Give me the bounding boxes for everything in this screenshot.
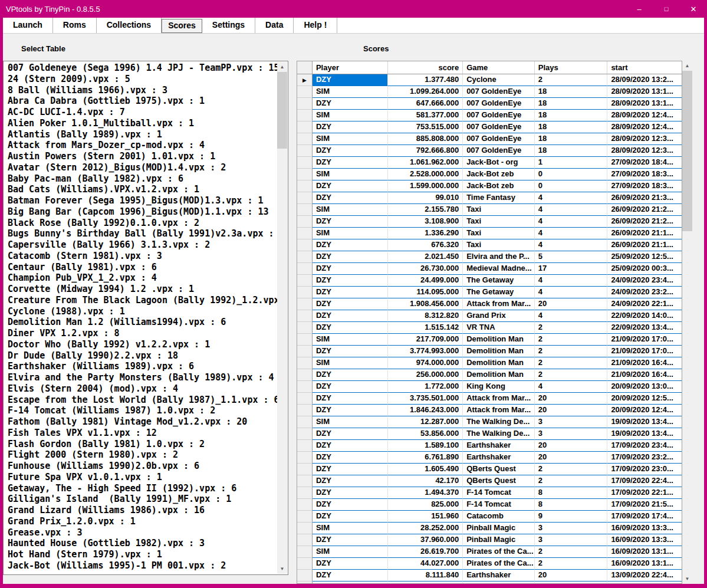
row-header-cell[interactable] — [297, 310, 313, 322]
cell-player[interactable]: DZY — [313, 263, 388, 275]
cell-game[interactable]: Attack from Mar... — [463, 393, 535, 405]
cell-game[interactable]: QBerts Quest — [463, 475, 535, 487]
row-header-cell[interactable] — [297, 546, 313, 558]
cell-plays[interactable]: 20 — [535, 298, 608, 310]
maximize-button[interactable]: □ — [653, 0, 680, 18]
row-header-cell[interactable] — [297, 416, 313, 428]
cell-start[interactable]: 24/09/2020 23:2... — [607, 287, 682, 298]
row-pointer-icon[interactable]: ▶ — [297, 74, 313, 86]
scrollbar-thumb[interactable] — [682, 71, 692, 231]
row-header-cell[interactable] — [297, 452, 313, 464]
column-header-game[interactable]: Game — [463, 61, 535, 74]
cell-score[interactable]: 1.061.962.000 — [388, 157, 463, 169]
cell-plays[interactable]: 3 — [535, 534, 608, 546]
table-list-scrollbar[interactable]: ▲ ▼ — [277, 62, 287, 574]
cell-player[interactable]: SIM — [313, 86, 388, 98]
tab-collections[interactable]: Collections — [97, 18, 162, 33]
cell-score[interactable]: 753.515.000 — [388, 121, 463, 133]
cell-game[interactable]: 007 GoldenEye — [463, 110, 535, 121]
cell-start[interactable]: 21/09/2020 17:0... — [607, 346, 682, 357]
list-item[interactable]: Fathom (Bally 1981) Vintage Mod_v1.2.vpx… — [4, 416, 278, 428]
cell-plays[interactable]: 2 — [535, 346, 608, 357]
list-item[interactable]: 8 Ball (Williams 1966).vpx : 3 — [4, 85, 278, 96]
cell-plays[interactable]: 8 — [535, 487, 608, 499]
cell-player[interactable]: DZY — [313, 157, 388, 169]
list-item[interactable]: Grand Lizard (Williams 1986).vpx : 16 — [4, 505, 278, 516]
cell-start[interactable]: 17/09/2020 22:4... — [607, 475, 682, 487]
cell-game[interactable]: Earthshaker — [463, 570, 535, 582]
cell-game[interactable]: Grand Prix — [463, 310, 535, 322]
row-header-cell[interactable] — [297, 393, 313, 405]
row-header-cell[interactable] — [297, 133, 313, 145]
tab-roms[interactable]: Roms — [53, 18, 97, 33]
cell-plays[interactable]: 18 — [535, 133, 608, 145]
row-header-cell[interactable] — [297, 287, 313, 298]
row-header-cell[interactable] — [297, 475, 313, 487]
cell-start[interactable]: 13/09/2020 22:4... — [607, 570, 682, 582]
row-header-cell[interactable] — [297, 298, 313, 310]
cell-score[interactable]: 1.605.490 — [388, 464, 463, 475]
cell-score[interactable]: 1.377.480 — [388, 74, 463, 86]
cell-game[interactable]: Time Fantasy — [463, 192, 535, 204]
cell-game[interactable]: Elvira and the P... — [463, 251, 535, 263]
cell-game[interactable]: Jack-Bot zeb — [463, 180, 535, 192]
cell-game[interactable]: Demolition Man — [463, 346, 535, 357]
list-item[interactable]: Champion Pub_VPX_1_2.vpx : 4 — [4, 272, 278, 284]
row-header-cell[interactable] — [297, 216, 313, 228]
cell-player[interactable]: DZY — [313, 346, 388, 357]
list-item[interactable]: Austin Powers (Stern 2001) 1.01.vpx : 1 — [4, 151, 278, 162]
cell-plays[interactable]: 18 — [535, 110, 608, 121]
cell-game[interactable]: Demolition Man — [463, 369, 535, 381]
cell-score[interactable]: 151.960 — [388, 511, 463, 523]
cell-player[interactable]: DZY — [313, 298, 388, 310]
cell-game[interactable]: Jack-Bot - org — [463, 157, 535, 169]
cell-plays[interactable]: 1 — [535, 157, 608, 169]
list-item[interactable]: Centaur (Bally 1981).vpx : 6 — [4, 262, 278, 273]
cell-start[interactable]: 20/09/2020 12:5... — [607, 393, 682, 405]
cell-score[interactable]: 99.010 — [388, 192, 463, 204]
cell-start[interactable]: 28/09/2020 13:2... — [607, 74, 682, 86]
cell-plays[interactable]: 18 — [535, 98, 608, 110]
cell-start[interactable]: 24/09/2020 22:1... — [607, 298, 682, 310]
cell-game[interactable]: 007 GoldenEye — [463, 98, 535, 110]
list-item[interactable]: Diner VPX 1.2.vpx : 8 — [4, 328, 278, 339]
list-item[interactable]: Getaway, The - High Speed II (1992).vpx … — [4, 483, 278, 494]
list-item[interactable]: Funhouse (Williams 1990)2.0b.vpx : 6 — [4, 461, 278, 472]
cell-start[interactable]: 19/09/2020 13:4... — [607, 416, 682, 428]
cell-player[interactable]: DZY — [313, 287, 388, 298]
cell-start[interactable]: 17/09/2020 23:0... — [607, 464, 682, 475]
cell-game[interactable]: Pirates of the Ca... — [463, 558, 535, 570]
minimize-button[interactable]: – — [626, 0, 653, 18]
cell-plays[interactable]: 3 — [535, 523, 608, 534]
cell-player[interactable]: DZY — [313, 216, 388, 228]
row-header-cell[interactable] — [297, 346, 313, 357]
cell-start[interactable]: 17/09/2020 22:1... — [607, 487, 682, 499]
cell-score[interactable]: 1.772.000 — [388, 381, 463, 393]
cell-plays[interactable]: 3 — [535, 416, 608, 428]
row-header-cell[interactable] — [297, 487, 313, 499]
cell-start[interactable]: 21/09/2020 17:0... — [607, 334, 682, 346]
cell-plays[interactable]: 0 — [535, 180, 608, 192]
cell-plays[interactable]: 5 — [535, 251, 608, 263]
list-item[interactable]: Elvis (Stern 2004) (mod).vpx : 4 — [4, 383, 278, 395]
cell-start[interactable]: 27/09/2020 18:3... — [607, 169, 682, 180]
cell-player[interactable]: DZY — [313, 192, 388, 204]
list-item[interactable]: Grand Prix_1.2.0.vpx : 1 — [4, 516, 278, 527]
cell-player[interactable]: DZY — [313, 251, 388, 263]
row-header-cell[interactable] — [297, 357, 313, 369]
cell-game[interactable]: 007 GoldenEye — [463, 86, 535, 98]
cell-start[interactable]: 19/09/2020 13:4... — [607, 428, 682, 440]
cell-game[interactable]: 007 GoldenEye — [463, 145, 535, 157]
list-item[interactable]: F-14 Tomcat (Williams 1987) 1.0.vpx : 2 — [4, 405, 278, 416]
cell-start[interactable]: 20/09/2020 12:4... — [607, 405, 682, 416]
cell-start[interactable]: 27/09/2020 18:4... — [607, 157, 682, 169]
list-item[interactable]: Dr Dude (Bally 1990)2.2.vpx : 18 — [4, 350, 278, 362]
cell-score[interactable]: 2.021.450 — [388, 251, 463, 263]
row-header-cell[interactable] — [297, 110, 313, 121]
cell-game[interactable]: Taxi — [463, 204, 535, 216]
cell-player[interactable]: DZY — [313, 275, 388, 287]
row-header-cell[interactable] — [297, 169, 313, 180]
cell-player[interactable]: DZY — [313, 322, 388, 334]
cell-game[interactable]: Earthshaker — [463, 440, 535, 452]
list-item[interactable]: Cyclone (1988).vpx : 1 — [4, 306, 278, 317]
